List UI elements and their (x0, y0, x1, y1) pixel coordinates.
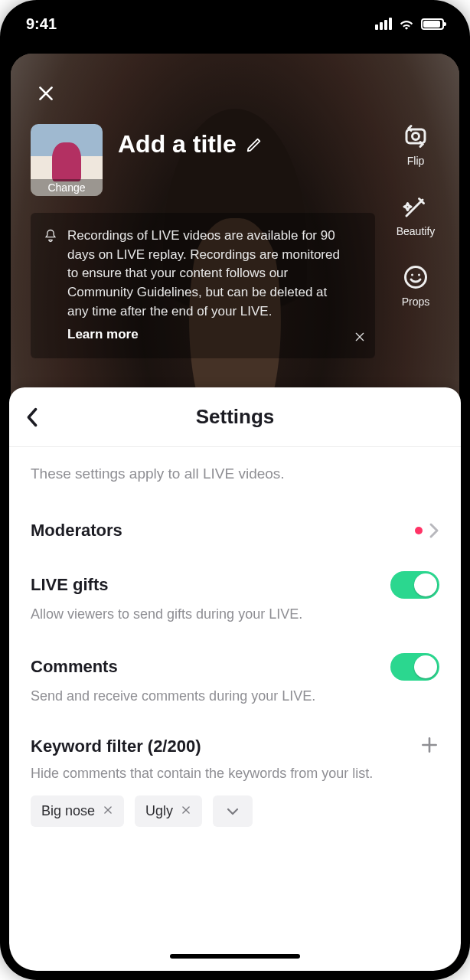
chevron-down-icon (227, 807, 239, 816)
keyword-chip[interactable]: Ugly (135, 795, 202, 827)
side-tool-rail: Flip Beautify Props (389, 122, 442, 308)
comments-toggle[interactable] (390, 653, 439, 681)
svg-point-4 (418, 274, 420, 276)
keyword-filter-row: Keyword filter (2/200) Hide comments tha… (31, 726, 439, 831)
sheet-header: Settings (9, 387, 461, 447)
cover-thumbnail[interactable]: Change (31, 124, 103, 196)
cover-change-label: Change (31, 179, 103, 196)
close-icon (103, 805, 113, 815)
keyword-chip-label: Ugly (145, 803, 173, 819)
device-frame: 9:41 Change Add a title (0, 0, 470, 980)
title-placeholder: Add a title (118, 130, 237, 158)
keyword-more-button[interactable] (213, 795, 253, 827)
live-gifts-row: LIVE gifts Allow viewers to send gifts d… (31, 562, 439, 644)
status-bar: 9:41 (0, 0, 470, 47)
keyword-chip-list: Big nose Ugly (31, 795, 439, 827)
home-indicator[interactable] (170, 954, 300, 959)
bell-icon (43, 228, 58, 243)
beautify-label: Beautify (397, 225, 436, 237)
sheet-title: Settings (196, 405, 275, 429)
wand-icon (402, 193, 429, 220)
svg-point-1 (413, 133, 419, 140)
close-icon (354, 331, 366, 343)
moderators-label: Moderators (31, 521, 122, 541)
comments-label: Comments (31, 657, 118, 677)
sheet-hint: These settings apply to all LIVE videos. (31, 466, 439, 482)
settings-sheet: Settings These settings apply to all LIV… (9, 387, 461, 971)
live-gifts-label: LIVE gifts (31, 575, 108, 595)
pencil-icon (246, 136, 263, 153)
add-keyword-button[interactable] (419, 735, 439, 758)
chip-remove-button[interactable] (181, 803, 191, 819)
status-dot-icon (415, 527, 423, 534)
moderators-row[interactable]: Moderators (31, 511, 439, 562)
comments-desc: Send and receive comments during your LI… (31, 688, 439, 704)
battery-icon (421, 18, 444, 30)
title-input[interactable]: Add a title (118, 130, 263, 158)
chevron-right-icon (429, 522, 439, 539)
smile-icon (402, 263, 429, 291)
keyword-filter-label: Keyword filter (2/200) (31, 737, 201, 756)
cellular-signal-icon (375, 18, 392, 30)
close-icon (181, 805, 191, 815)
svg-point-3 (411, 274, 413, 276)
status-indicators (375, 18, 444, 30)
info-banner: Recordings of LIVE videos are available … (31, 213, 375, 358)
beautify-tool[interactable]: Beautify (397, 193, 436, 237)
info-text: Recordings of LIVE videos are available … (67, 228, 340, 318)
flip-tool[interactable]: Flip (402, 122, 429, 167)
wifi-icon (398, 18, 415, 30)
live-gifts-toggle[interactable] (390, 571, 439, 599)
plus-icon (419, 735, 439, 755)
keyword-filter-desc: Hide comments that contain the keywords … (31, 766, 439, 782)
info-dismiss-button[interactable] (354, 327, 366, 349)
keyword-chip[interactable]: Big nose (31, 795, 124, 827)
live-gifts-desc: Allow viewers to send gifts during your … (31, 606, 439, 622)
props-label: Props (402, 296, 430, 308)
status-time: 9:41 (26, 15, 57, 33)
keyword-chip-label: Big nose (41, 803, 95, 819)
comments-row: Comments Send and receive comments durin… (31, 644, 439, 726)
learn-more-link[interactable]: Learn more (67, 325, 139, 345)
chip-remove-button[interactable] (103, 803, 113, 819)
back-button[interactable] (17, 402, 47, 433)
chevron-left-icon (24, 407, 40, 428)
svg-rect-0 (406, 129, 425, 143)
flip-label: Flip (407, 155, 425, 167)
props-tool[interactable]: Props (402, 263, 430, 308)
sheet-body: These settings apply to all LIVE videos.… (9, 447, 461, 971)
flip-icon (402, 122, 429, 150)
close-icon (36, 83, 56, 103)
svg-point-2 (405, 267, 426, 288)
close-button[interactable] (31, 78, 61, 109)
